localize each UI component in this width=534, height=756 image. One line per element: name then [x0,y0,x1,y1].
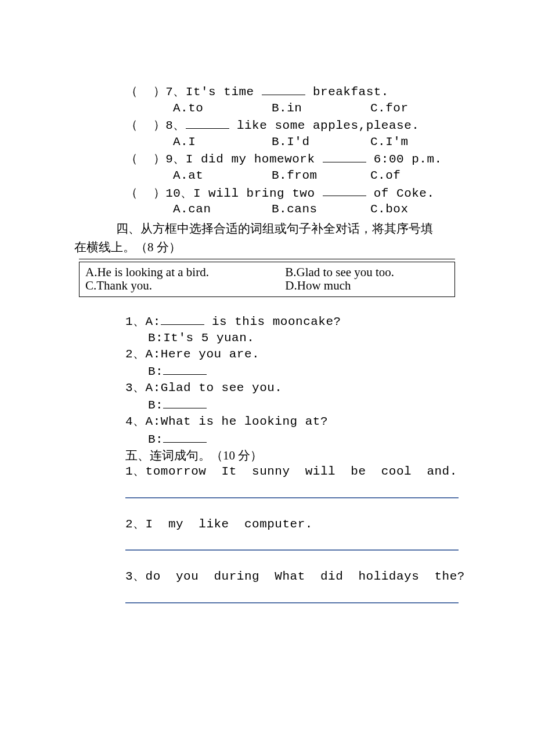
dialog-1-B: B:It's 5 yuan. [148,332,460,345]
dialog-2-B: B: [148,364,460,379]
dialog-4-B: B: [148,432,460,447]
q7-pre: （ ）7、It's time [125,85,262,99]
box-option-C: C.Thank you. [85,279,285,292]
blank[interactable] [262,84,305,95]
answer-line-3[interactable] [125,602,459,603]
box-option-B: B.Glad to see you too. [285,266,449,279]
blank[interactable] [163,364,207,375]
question-8: （ ）8、 like some apples,please. [125,118,460,133]
dialog-1-A: 1、A: is this mooncake? [125,314,460,329]
q10-post: of Coke. [366,186,435,200]
d3-b-pre: B: [148,399,163,412]
q9-post: 6:00 p.m. [366,153,442,166]
sentence-2: 2、I my like computer. [125,518,460,531]
q8-optA[interactable]: A.I [173,136,272,149]
q8-optC[interactable]: C.I'm [370,135,409,149]
section-4-title-line2: 在横线上。（8 分） [74,241,460,254]
option-box: A.He is looking at a bird. B.Glad to see… [74,259,460,297]
q9-optA[interactable]: A.at [173,169,272,183]
question-7: （ ）7、It's time breakfast. [125,84,460,99]
q8-post: like some apples,please. [229,119,420,132]
box-option-D: D.How much [285,279,449,292]
answer-line-1[interactable] [125,497,459,498]
d1-a-post: is this mooncake? [204,315,341,328]
section-5-title: 五、连词成句。（10 分） [125,449,460,462]
question-9-options: A.atB.fromC.of [173,169,460,183]
q9-pre: （ ）9、I did my homework [125,153,323,166]
q10-optB[interactable]: B.cans [272,203,370,216]
question-10-options: A.canB.cansC.box [173,203,460,216]
sentence-3: 3、do you during What did holidays the? [125,570,460,584]
sentence-1: 1、tomorrow It sunny will be cool and. [125,465,460,479]
question-8-options: A.IB.I'dC.I'm [173,136,460,149]
q7-optC[interactable]: C.for [370,102,409,115]
q10-pre: （ ）10、I will bring two [125,186,323,200]
blank[interactable] [323,186,366,197]
q10-optA[interactable]: A.can [173,203,272,216]
dialog-4-A: 4、A:What is he looking at? [125,415,460,429]
q8-pre: （ ）8、 [125,119,186,132]
blank[interactable] [323,151,366,162]
question-9: （ ）9、I did my homework 6:00 p.m. [125,151,460,167]
q8-optB[interactable]: B.I'd [272,136,370,149]
q7-post: breakfast. [305,85,389,99]
blank[interactable] [161,314,204,325]
d2-b-pre: B: [148,365,163,378]
box-top-rule [79,259,455,259]
dialog-3-A: 3、A:Glad to see you. [125,382,460,395]
dialog-2-A: 2、A:Here you are. [125,348,460,361]
d4-b-pre: B: [148,433,163,446]
q7-optB[interactable]: B.in [272,102,370,115]
box-option-A: A.He is looking at a bird. [85,266,285,279]
dialog-3-B: B: [148,397,460,413]
blank[interactable] [186,118,229,129]
q7-optA[interactable]: A.to [173,102,272,115]
q10-optC[interactable]: C.box [370,202,409,216]
blank[interactable] [163,397,207,408]
section-4-title-line1: 四、从方框中选择合适的词组或句子补全对话，将其序号填 [116,222,460,236]
d1-a-pre: 1、A: [125,315,161,328]
question-10: （ ）10、I will bring two of Coke. [125,186,460,201]
worksheet-page: （ ）7、It's time breakfast. A.toB.inC.for … [0,0,534,756]
q9-optC[interactable]: C.of [370,169,400,182]
question-7-options: A.toB.inC.for [173,102,460,115]
q9-optB[interactable]: B.from [272,169,370,183]
answer-line-2[interactable] [125,549,459,551]
blank[interactable] [163,432,207,443]
